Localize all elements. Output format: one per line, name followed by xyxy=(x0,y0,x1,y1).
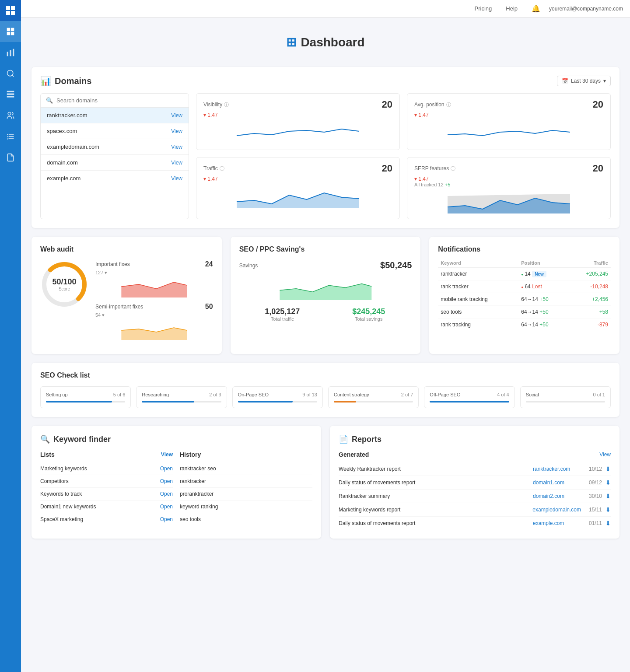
report-download-icon[interactable]: ⬇ xyxy=(606,520,611,527)
domain-row[interactable]: domain.comView xyxy=(41,155,189,171)
reports-view[interactable]: View xyxy=(599,452,611,458)
domains-section-header: 📊 Domains 📅 Last 30 days ▾ xyxy=(40,76,611,86)
main-content: ⊞ Dashboard 📊 Domains 📅 Last 30 days ▾ 🔍 xyxy=(21,18,630,549)
checklist-item[interactable]: Researching 2 of 3 xyxy=(136,386,227,408)
report-domain[interactable]: domain1.com xyxy=(533,480,581,486)
page-title: Dashboard xyxy=(301,35,364,49)
keyword-finder-inner: Lists View Marketing keywordsOpenCompeti… xyxy=(40,451,312,525)
semi-important-fixes-count: 50 xyxy=(205,303,213,311)
savings-value: $50,245 xyxy=(380,260,412,270)
report-download-icon[interactable]: ⬇ xyxy=(606,506,611,513)
keyword-list-open[interactable]: Open xyxy=(160,504,173,510)
sidebar-item-keywords[interactable] xyxy=(0,63,21,84)
avg-position-change: ▾ 1.47 xyxy=(414,112,603,118)
pos-val: 64 xyxy=(525,284,532,290)
domain-view-link[interactable]: View xyxy=(171,144,182,150)
svg-rect-1 xyxy=(11,6,15,10)
keyword-finder-title: 🔍 Keyword finder xyxy=(40,434,312,444)
total-savings-value: $245,245 xyxy=(326,307,412,316)
sidebar-logo[interactable] xyxy=(0,0,21,21)
chevron-down-icon: ▾ xyxy=(603,78,606,84)
checklist-item[interactable]: Content strategy 2 of 7 xyxy=(328,386,419,408)
checklist-progress-bar xyxy=(334,401,413,402)
user-email[interactable]: youremail@companyname.com xyxy=(549,6,623,12)
keyword-lists-view[interactable]: View xyxy=(161,452,173,458)
sidebar-item-analytics[interactable] xyxy=(0,42,21,63)
checklist-item[interactable]: Setting up 5 of 6 xyxy=(40,386,131,408)
important-fixes-row: Important fixes 24 127 ▾ xyxy=(95,260,213,298)
keyword-list-label: Marketing keywords xyxy=(40,466,87,472)
domain-row[interactable]: spacex.comView xyxy=(41,123,189,139)
keyword-list-open[interactable]: Open xyxy=(160,491,173,497)
report-domain[interactable]: exampledomain.com xyxy=(532,507,581,513)
sidebar-item-table[interactable] xyxy=(0,84,21,105)
pos-badge: +50 xyxy=(539,322,548,328)
calendar-icon: 📅 xyxy=(562,78,568,84)
report-domain[interactable]: domain2.com xyxy=(533,493,581,499)
svg-line-12 xyxy=(12,75,14,77)
report-date: 01/11 xyxy=(584,520,602,526)
sidebar-item-checklist[interactable] xyxy=(0,126,21,147)
sidebar-item-users[interactable] xyxy=(0,105,21,126)
report-download-icon[interactable]: ⬇ xyxy=(606,479,611,486)
pos-badge: New xyxy=(532,271,546,277)
pos-val: 64→14 xyxy=(521,296,539,302)
keyword-list-open[interactable]: Open xyxy=(160,478,173,484)
sidebar-item-dashboard[interactable] xyxy=(0,21,21,42)
seo-savings-card: SEO / PPC Saving's Savings $50,245 1,025… xyxy=(231,237,421,354)
keyword-list-item: SpaceX marketingOpen xyxy=(40,513,173,525)
svg-point-11 xyxy=(7,70,13,76)
domain-view-link[interactable]: View xyxy=(171,128,182,134)
kw-list-rows: Marketing keywordsOpenCompetitorsOpenKey… xyxy=(40,462,173,525)
checklist-progress-bar xyxy=(46,401,125,402)
avg-position-value: 20 xyxy=(593,99,603,110)
domain-name: domain.com xyxy=(47,159,78,166)
notif-traffic: -10,248 xyxy=(569,280,611,293)
reports-generated-header: Generated View xyxy=(339,451,611,458)
bell-icon[interactable]: 🔔 xyxy=(526,4,546,13)
checklist-item[interactable]: On-Page SEO 9 of 13 xyxy=(232,386,323,408)
checklist-item[interactable]: Social 0 of 1 xyxy=(520,386,611,408)
notification-row: mobile rank tracking 64→14 +50 +2,456 xyxy=(438,293,611,306)
report-download-icon[interactable]: ⬇ xyxy=(606,466,611,472)
domain-view-link[interactable]: View xyxy=(171,112,182,119)
report-download-icon[interactable]: ⬇ xyxy=(606,493,611,500)
report-row: Weekly Ranktracker report ranktracker.co… xyxy=(339,462,611,476)
domain-view-link[interactable]: View xyxy=(171,175,182,182)
avg-position-chart xyxy=(414,118,603,144)
svg-rect-6 xyxy=(7,32,10,35)
serp-features-chart xyxy=(414,187,603,214)
keyword-history-item: seo tools xyxy=(180,513,312,525)
domain-row[interactable]: ranktracker.comView xyxy=(41,108,189,123)
total-savings-label: Total savings xyxy=(326,316,412,322)
keyword-list-open[interactable]: Open xyxy=(160,516,173,522)
reports-icon: 📄 xyxy=(339,434,348,444)
svg-marker-25 xyxy=(121,282,187,298)
pricing-link[interactable]: Pricing xyxy=(469,5,497,12)
checklist-progress-bar xyxy=(142,401,221,402)
report-domain[interactable]: example.com xyxy=(533,520,581,526)
pos-val: 64→14 xyxy=(521,309,539,315)
domains-section: 📊 Domains 📅 Last 30 days ▾ 🔍 ranktracker… xyxy=(32,67,620,228)
domain-view-link[interactable]: View xyxy=(171,160,182,166)
total-traffic-label: Total traffic xyxy=(239,316,326,322)
keyword-list-open[interactable]: Open xyxy=(160,466,173,472)
keyword-history-item: keyword ranking xyxy=(180,500,312,513)
help-link[interactable]: Help xyxy=(500,5,523,12)
traffic-label: Traffic ⓘ xyxy=(203,165,224,172)
keyword-lists: Lists View Marketing keywordsOpenCompeti… xyxy=(40,451,173,525)
search-input[interactable] xyxy=(56,97,183,104)
checklist-item-progress: 2 of 7 xyxy=(401,392,413,397)
avg-position-stat-card: Avg. position ⓘ 20 ▾ 1.47 xyxy=(407,93,611,150)
checklist-item-label: Content strategy 2 of 7 xyxy=(334,392,413,397)
stats-grid: Visibility ⓘ 20 ▾ 1.47 Avg. position ⓘ 2… xyxy=(196,93,611,219)
sidebar xyxy=(0,0,21,549)
sidebar-item-pages[interactable] xyxy=(0,147,21,168)
domain-row[interactable]: exampledomain.comView xyxy=(41,139,189,155)
notifications-table: Keyword Position Traffic ranktracker ● 1… xyxy=(438,259,611,331)
report-domain[interactable]: ranktracker.com xyxy=(533,466,581,472)
date-filter[interactable]: 📅 Last 30 days ▾ xyxy=(557,76,611,86)
domain-row[interactable]: example.comView xyxy=(41,171,189,186)
checklist-progress-bar xyxy=(430,401,509,402)
checklist-item[interactable]: Off-Page SEO 4 of 4 xyxy=(424,386,514,408)
